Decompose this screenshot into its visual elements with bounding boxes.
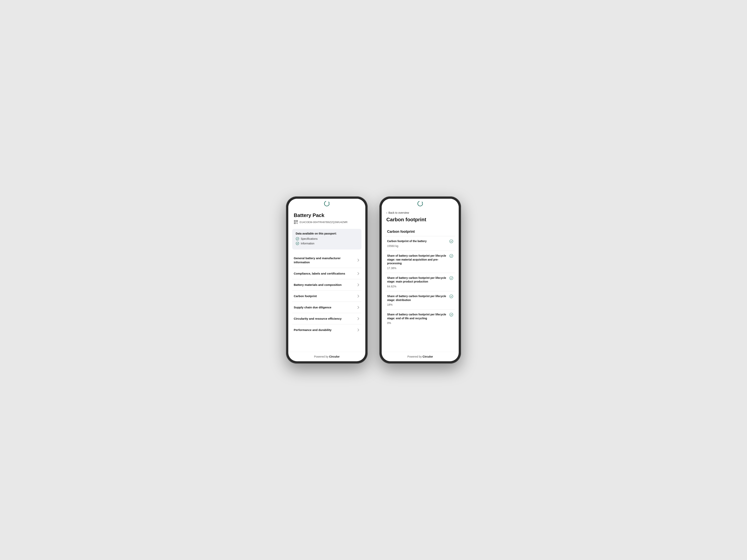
phone-1-screen: Battery Pack xyxy=(288,199,365,361)
back-label: Back to overview xyxy=(388,211,409,214)
chevron-right-icon-3 xyxy=(357,283,360,287)
data-available-box: Data available on this passport: Specifi… xyxy=(292,229,361,249)
menu-item-compliance[interactable]: Compliance, labels and certifications xyxy=(292,268,361,279)
menu-item-supply-chain[interactable]: Supply chain due diligence xyxy=(292,302,361,313)
phones-container: Battery Pack xyxy=(286,196,461,364)
carbon-item-2-header: Share of battery carbon footprint per li… xyxy=(387,254,453,265)
carbon-item-3: Share of battery carbon footprint per li… xyxy=(386,273,455,291)
status-bar-2 xyxy=(382,199,459,209)
carbon-item-1-header: Carbon footprint of the battery xyxy=(387,239,453,243)
carbon-item-5-title: Share of battery carbon footprint per li… xyxy=(387,313,449,320)
back-arrow-icon: ‹ xyxy=(386,211,387,214)
menu-item-general[interactable]: General battery and manufacturer informa… xyxy=(292,252,361,268)
check-icon-4 xyxy=(449,294,453,298)
check-icon-2 xyxy=(449,254,453,258)
phone-2: ‹ Back to overview Carbon footprint Carb… xyxy=(379,196,461,364)
chevron-right-icon-5 xyxy=(357,306,360,309)
carbon-item-1: Carbon footprint of the battery 15560 kg xyxy=(386,236,455,251)
carbon-section: Carbon footprint Carbon footprint of the… xyxy=(382,226,459,328)
check-icon-3 xyxy=(449,276,453,280)
information-label: Information xyxy=(301,242,314,245)
menu-item-general-label: General battery and manufacturer informa… xyxy=(294,256,357,264)
carbon-title-main: Carbon footprint xyxy=(386,217,454,223)
chevron-right-icon-6 xyxy=(357,317,360,320)
chevron-right-icon-7 xyxy=(357,328,360,331)
carbon-section-title: Carbon footprint xyxy=(386,226,455,236)
phone-2-inner: ‹ Back to overview Carbon footprint Carb… xyxy=(382,199,459,361)
carbon-header: Carbon footprint xyxy=(382,216,459,226)
circulor-logo-2 xyxy=(416,200,424,208)
menu-item-circularity-label: Circularity and resource efficiency xyxy=(294,317,357,321)
phone-1-inner: Battery Pack xyxy=(288,199,365,361)
chevron-right-icon-2 xyxy=(357,272,360,275)
carbon-item-5-header: Share of battery carbon footprint per li… xyxy=(387,313,453,320)
carbon-item-1-value: 15560 kg xyxy=(387,244,453,247)
phone-1-content: Battery Pack xyxy=(288,209,365,352)
header-section-1: Battery Pack xyxy=(288,209,365,227)
carbon-item-2: Share of battery carbon footprint per li… xyxy=(386,251,455,273)
chevron-right-icon xyxy=(357,259,360,262)
phone-2-screen: ‹ Back to overview Carbon footprint Carb… xyxy=(382,199,459,361)
carbon-item-5-value: 0% xyxy=(387,321,453,324)
svg-rect-2 xyxy=(294,221,295,221)
svg-point-15 xyxy=(296,237,299,240)
carbon-item-4: Share of battery carbon footprint per li… xyxy=(386,291,455,309)
svg-point-18 xyxy=(449,240,453,243)
svg-point-16 xyxy=(296,242,299,245)
carbon-item-5: Share of battery carbon footprint per li… xyxy=(386,309,455,328)
svg-rect-6 xyxy=(294,223,295,223)
brand-label-2: Circulor xyxy=(422,355,433,358)
menu-section: General battery and manufacturer informa… xyxy=(288,252,365,336)
carbon-item-2-title: Share of battery carbon footprint per li… xyxy=(387,254,449,265)
carbon-item-1-title: Carbon footprint of the battery xyxy=(387,239,449,243)
specifications-label: Specifications xyxy=(301,237,317,240)
menu-item-battery-materials[interactable]: Battery materials and composition xyxy=(292,279,361,291)
circulor-logo-1 xyxy=(323,200,331,208)
carbon-item-3-header: Share of battery carbon footprint per li… xyxy=(387,276,453,284)
svg-point-20 xyxy=(449,276,453,279)
menu-item-compliance-label: Compliance, labels and certifications xyxy=(294,271,357,275)
powered-by-label-2: Powered by xyxy=(407,355,422,358)
phone-1: Battery Pack xyxy=(286,196,368,364)
battery-title: Battery Pack xyxy=(294,212,360,218)
phone-2-content: ‹ Back to overview Carbon footprint Carb… xyxy=(382,209,459,352)
carbon-item-4-value: 18% xyxy=(387,303,453,306)
footer-1: Powered by Circulor xyxy=(288,352,365,361)
carbon-item-2-value: 17.38% xyxy=(387,267,453,270)
data-item-specifications: Specifications xyxy=(296,237,358,241)
data-item-information: Information xyxy=(296,242,358,245)
serial-number: D14COEM-00HTRH87B9ZZQ3WU4ZMR xyxy=(300,221,347,223)
menu-item-performance-label: Performance and durability xyxy=(294,328,357,332)
check-circle-information xyxy=(296,242,299,245)
svg-point-21 xyxy=(449,295,453,298)
brand-label-1: Circulor xyxy=(329,355,340,358)
powered-by-label-1: Powered by xyxy=(314,355,329,358)
menu-item-circularity[interactable]: Circularity and resource efficiency xyxy=(292,313,361,324)
carbon-item-4-title: Share of battery carbon footprint per li… xyxy=(387,294,449,302)
carbon-item-3-title: Share of battery carbon footprint per li… xyxy=(387,276,449,284)
menu-item-supply-chain-label: Supply chain due diligence xyxy=(294,305,357,309)
menu-item-performance[interactable]: Performance and durability xyxy=(292,324,361,336)
data-available-title: Data available on this passport: xyxy=(296,232,358,235)
carbon-item-4-header: Share of battery carbon footprint per li… xyxy=(387,294,453,302)
menu-item-carbon-label: Carbon footprint xyxy=(294,294,357,298)
menu-item-carbon[interactable]: Carbon footprint xyxy=(292,291,361,302)
svg-point-19 xyxy=(449,254,453,258)
qr-icon xyxy=(294,220,298,224)
check-icon-1 xyxy=(449,239,453,243)
chevron-right-icon-4 xyxy=(357,295,360,298)
carbon-item-3-value: 64.62% xyxy=(387,285,453,288)
svg-point-22 xyxy=(449,313,453,316)
check-circle-specifications xyxy=(296,237,299,241)
serial-row: D14COEM-00HTRH87B9ZZQ3WU4ZMR xyxy=(294,220,360,224)
back-nav[interactable]: ‹ Back to overview xyxy=(382,209,459,216)
check-icon-5 xyxy=(449,313,453,317)
svg-rect-4 xyxy=(297,221,298,221)
status-bar-1 xyxy=(288,199,365,209)
menu-item-battery-materials-label: Battery materials and composition xyxy=(294,283,357,287)
footer-2: Powered by Circulor xyxy=(382,352,459,361)
